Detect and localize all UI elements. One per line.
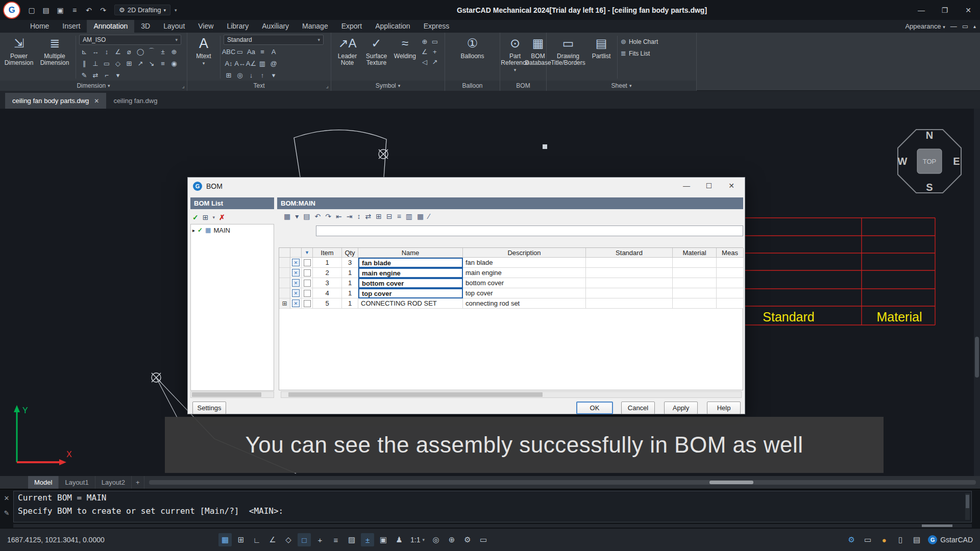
edge-symbol-icon[interactable]: ∠ [420, 46, 430, 57]
dialog-maximize-button[interactable]: ☐ [698, 179, 720, 193]
description-cell[interactable]: top cover [463, 288, 586, 298]
col-header-item[interactable]: Item [313, 248, 342, 258]
view-cube[interactable]: TOP N W E S [898, 130, 961, 193]
edit-command-icon[interactable]: ✎ [4, 509, 10, 517]
merge-rows-icon[interactable]: ↕ [357, 212, 360, 220]
empty-checkbox-icon[interactable] [304, 280, 311, 287]
dim-mark-icon[interactable]: ◉ [169, 58, 179, 68]
close-button[interactable]: ✕ [957, 0, 980, 20]
dim-swap-icon[interactable]: ⇄ [90, 70, 101, 80]
col-header-standard[interactable]: Standard [586, 248, 673, 258]
dim-leader-down-icon[interactable]: ↘ [146, 58, 157, 68]
empty-checkbox-icon[interactable] [304, 290, 311, 297]
delete-bom-icon[interactable]: ✗ [219, 213, 225, 221]
dim-leader-up-icon[interactable]: ↗ [135, 58, 145, 68]
cancel-button[interactable]: Cancel [621, 402, 655, 414]
otrack-icon[interactable]: + [313, 533, 327, 546]
dim-linear-icon[interactable]: ↔ [90, 46, 101, 57]
datum-identifier-icon[interactable]: ⊕ [420, 36, 430, 46]
keyboard-icon[interactable]: ▤ [911, 533, 923, 546]
redo-icon[interactable]: ↷ [97, 4, 109, 16]
dim-arc-icon[interactable]: ⌒ [146, 46, 157, 57]
text-frame-icon[interactable]: ▭ [235, 46, 245, 57]
ribbon-minimize-icon[interactable]: — [950, 22, 957, 30]
table-row[interactable]: ✕ 4 1 top cover top cover [279, 288, 743, 298]
tab-home[interactable]: Home [23, 20, 56, 33]
partlist-table-grid[interactable] [743, 218, 935, 325]
table-options-icon[interactable]: ▦ [284, 212, 290, 220]
empty-checkbox-icon[interactable] [304, 259, 311, 266]
transparency-icon[interactable]: ▨ [345, 533, 358, 546]
drawing-title-borders-button[interactable]: ▭ Drawing Title/Borders [550, 35, 586, 79]
name-cell[interactable]: bottom cover [358, 278, 463, 288]
dim-box-icon[interactable]: ▭ [102, 58, 112, 68]
filter-col-header[interactable]: ▼ [302, 248, 313, 258]
tab-auxiliary[interactable]: Auxiliary [255, 20, 296, 33]
filter-icon[interactable]: ▼ [305, 250, 309, 255]
dimension-style-select[interactable]: AM_ISO▾ [79, 35, 181, 45]
ribbon-collapse-icon[interactable]: ▴ [973, 23, 976, 29]
bom-database-button[interactable]: ▦ BOM Database [527, 35, 549, 79]
indent-left-icon[interactable]: ⇤ [336, 212, 342, 220]
snap-icon[interactable]: ⊞ [234, 533, 248, 546]
table-row[interactable]: ✕ 3 1 bottom cover bottom cover [279, 278, 743, 288]
text-height-icon[interactable]: A↕ [224, 58, 234, 68]
redo-icon[interactable]: ↷ [325, 212, 331, 220]
grip-point[interactable] [543, 144, 547, 149]
dim-vertical-icon[interactable]: ↕ [102, 46, 112, 57]
part-reference-button[interactable]: ⊙ Part Reference ▾ [503, 35, 527, 79]
indent-right-icon[interactable]: ⇥ [347, 212, 353, 220]
col-header-material[interactable]: Material [673, 248, 717, 258]
table-row[interactable]: ⊞ ✕ 5 1 CONNECTING ROD SET connecting ro… [279, 298, 743, 309]
dim-stack-icon[interactable]: ≡ [158, 58, 168, 68]
close-command-icon[interactable]: ✕ [4, 494, 10, 502]
dim-perpendicular-icon[interactable]: ⊥ [90, 58, 101, 68]
bom-formula-field[interactable] [316, 226, 743, 236]
text-style-select[interactable]: Standard▾ [224, 35, 324, 45]
col-header-name[interactable]: Name [358, 248, 463, 258]
name-cell[interactable]: main engine [358, 268, 463, 278]
restore-button[interactable]: ❐ [933, 0, 957, 20]
undo-icon[interactable]: ↶ [315, 212, 321, 220]
compass-west[interactable]: W [898, 156, 908, 167]
minimize-button[interactable]: — [910, 0, 933, 20]
apply-button[interactable]: Apply [664, 402, 698, 414]
dim-grid-icon[interactable]: ⊞ [124, 58, 134, 68]
compass-east[interactable]: E [953, 156, 960, 167]
checkbox-col-header[interactable] [290, 248, 302, 258]
link-parts-icon[interactable]: ⁄ [428, 212, 429, 220]
sort-rows-icon[interactable]: ⇄ [365, 212, 371, 220]
help-button[interactable]: Help [707, 402, 741, 414]
tab-library[interactable]: Library [220, 20, 255, 33]
dim-ordinate-icon[interactable]: ⊕ [169, 46, 179, 57]
fits-list-button[interactable]: ≣ Fits List [621, 49, 658, 57]
bom-table-hscrollbar[interactable] [281, 391, 742, 398]
tab-application[interactable]: Application [369, 20, 417, 33]
dim-angular-icon[interactable]: ∠ [113, 46, 123, 57]
power-dimension-button[interactable]: ⇲ Power Dimension [3, 35, 35, 79]
compass-south[interactable]: S [926, 182, 933, 193]
empty-checkbox-icon[interactable] [304, 300, 311, 307]
dim-tolerance-icon[interactable]: ± [158, 46, 168, 57]
polar-icon[interactable]: ∠ [266, 533, 279, 546]
annotation-user-icon[interactable]: ♟ [393, 533, 406, 546]
osnap-icon[interactable]: □ [298, 533, 311, 546]
command-history[interactable]: Current BOM = MAIN Specify BOM to create… [13, 491, 972, 522]
confirm-check-icon[interactable]: ✓ [192, 213, 199, 221]
text-angle-icon[interactable]: A∠ [246, 58, 256, 68]
dim-chamfer-icon[interactable]: ⊾ [79, 46, 89, 57]
row-gutter-header[interactable] [279, 248, 290, 258]
tab-layout[interactable]: Layout [157, 20, 191, 33]
col-header-meas[interactable]: Meas [717, 248, 744, 258]
display-settings-icon[interactable]: ▭ [862, 533, 874, 546]
add-bom-arrow-icon[interactable]: ▾ [212, 215, 215, 220]
annotation-scale-control[interactable]: 1:1▾ [410, 536, 425, 544]
col-header-qty[interactable]: Qty [342, 248, 358, 258]
text-columns-icon[interactable]: ▥ [257, 58, 267, 68]
doc-tab-ceiling-fan[interactable]: ceiling fan.dwg [106, 93, 164, 109]
tab-express[interactable]: Express [417, 20, 456, 33]
dimension-dialog-launcher-icon[interactable]: ⌟ [182, 83, 185, 89]
bom-panel-label[interactable]: BOM [500, 81, 546, 91]
taper-symbol-icon[interactable]: ◁ [420, 57, 430, 67]
workspace-switch-icon[interactable]: ⚙ [461, 533, 474, 546]
